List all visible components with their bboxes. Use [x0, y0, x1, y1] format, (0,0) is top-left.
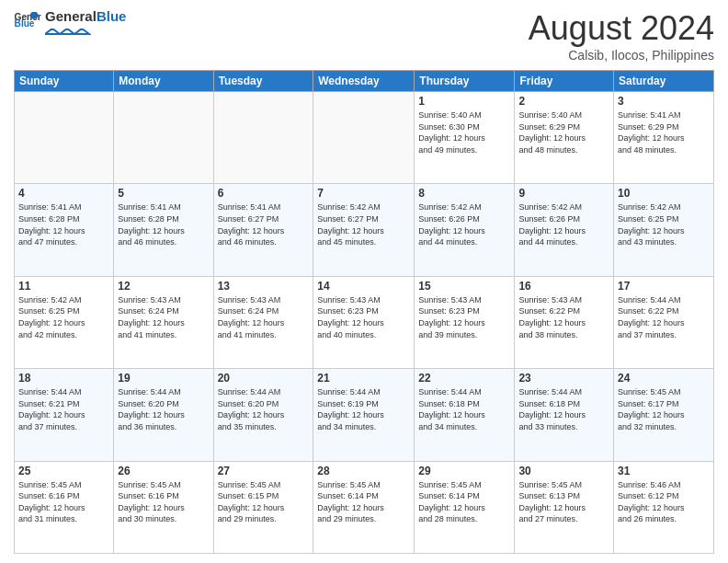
- day-number: 29: [418, 465, 510, 477]
- day-number: 11: [18, 280, 109, 293]
- col-wednesday: Wednesday: [313, 71, 415, 92]
- calendar-week-5: 25Sunrise: 5:45 AM Sunset: 6:16 PM Dayli…: [15, 461, 714, 553]
- calendar-cell: 10Sunrise: 5:42 AM Sunset: 6:25 PM Dayli…: [614, 184, 714, 276]
- calendar-cell: [114, 92, 213, 184]
- day-info: Sunrise: 5:45 AM Sunset: 6:13 PM Dayligh…: [518, 479, 609, 525]
- day-info: Sunrise: 5:44 AM Sunset: 6:21 PM Dayligh…: [18, 386, 109, 432]
- calendar-cell: 11Sunrise: 5:42 AM Sunset: 6:25 PM Dayli…: [15, 276, 114, 368]
- day-info: Sunrise: 5:40 AM Sunset: 6:29 PM Dayligh…: [518, 109, 609, 155]
- calendar-cell: 8Sunrise: 5:42 AM Sunset: 6:26 PM Daylig…: [415, 184, 515, 276]
- day-number: 13: [218, 280, 310, 293]
- logo: General Blue GeneralBlue: [14, 9, 126, 30]
- day-number: 1: [418, 95, 510, 108]
- calendar-cell: 5Sunrise: 5:41 AM Sunset: 6:28 PM Daylig…: [114, 184, 213, 276]
- day-number: 6: [218, 187, 310, 200]
- day-info: Sunrise: 5:43 AM Sunset: 6:24 PM Dayligh…: [218, 294, 310, 340]
- calendar-cell: 25Sunrise: 5:45 AM Sunset: 6:16 PM Dayli…: [15, 461, 114, 553]
- day-info: Sunrise: 5:42 AM Sunset: 6:25 PM Dayligh…: [18, 294, 109, 340]
- day-info: Sunrise: 5:43 AM Sunset: 6:24 PM Dayligh…: [118, 294, 209, 340]
- calendar-cell: 6Sunrise: 5:41 AM Sunset: 6:27 PM Daylig…: [213, 184, 313, 276]
- calendar-cell: 15Sunrise: 5:43 AM Sunset: 6:23 PM Dayli…: [415, 276, 515, 368]
- calendar-cell: 2Sunrise: 5:40 AM Sunset: 6:29 PM Daylig…: [515, 92, 614, 184]
- day-info: Sunrise: 5:41 AM Sunset: 6:27 PM Dayligh…: [218, 201, 310, 247]
- day-number: 9: [518, 187, 609, 200]
- day-number: 31: [618, 465, 710, 477]
- calendar-cell: [213, 92, 313, 184]
- calendar-week-4: 18Sunrise: 5:44 AM Sunset: 6:21 PM Dayli…: [15, 369, 714, 461]
- title-block: August 2024 Calsib, Ilocos, Philippines: [529, 9, 714, 63]
- day-info: Sunrise: 5:41 AM Sunset: 6:29 PM Dayligh…: [618, 109, 710, 155]
- day-info: Sunrise: 5:46 AM Sunset: 6:12 PM Dayligh…: [618, 479, 710, 525]
- day-number: 16: [518, 280, 609, 293]
- calendar-cell: 28Sunrise: 5:45 AM Sunset: 6:14 PM Dayli…: [313, 461, 415, 553]
- day-info: Sunrise: 5:43 AM Sunset: 6:23 PM Dayligh…: [317, 294, 410, 340]
- day-info: Sunrise: 5:45 AM Sunset: 6:16 PM Dayligh…: [118, 479, 209, 525]
- day-number: 22: [418, 372, 510, 385]
- day-number: 15: [418, 280, 510, 293]
- day-info: Sunrise: 5:42 AM Sunset: 6:27 PM Dayligh…: [317, 201, 410, 247]
- month-title: August 2024: [529, 9, 714, 48]
- calendar-cell: 21Sunrise: 5:44 AM Sunset: 6:19 PM Dayli…: [313, 369, 415, 461]
- day-info: Sunrise: 5:43 AM Sunset: 6:23 PM Dayligh…: [418, 294, 510, 340]
- calendar-cell: 4Sunrise: 5:41 AM Sunset: 6:28 PM Daylig…: [15, 184, 114, 276]
- day-info: Sunrise: 5:41 AM Sunset: 6:28 PM Dayligh…: [18, 201, 109, 247]
- calendar-cell: 18Sunrise: 5:44 AM Sunset: 6:21 PM Dayli…: [15, 369, 114, 461]
- logo-general: General: [45, 8, 97, 24]
- day-number: 21: [317, 372, 410, 385]
- day-number: 28: [317, 465, 410, 477]
- calendar-cell: 14Sunrise: 5:43 AM Sunset: 6:23 PM Dayli…: [313, 276, 415, 368]
- day-number: 4: [18, 187, 109, 200]
- day-info: Sunrise: 5:44 AM Sunset: 6:20 PM Dayligh…: [118, 386, 209, 432]
- calendar-cell: [313, 92, 415, 184]
- day-info: Sunrise: 5:44 AM Sunset: 6:18 PM Dayligh…: [418, 386, 510, 432]
- calendar-cell: 13Sunrise: 5:43 AM Sunset: 6:24 PM Dayli…: [213, 276, 313, 368]
- day-number: 3: [618, 95, 710, 108]
- day-number: 26: [118, 465, 209, 477]
- day-number: 24: [618, 372, 710, 385]
- svg-marker-3: [45, 29, 89, 34]
- day-number: 23: [518, 372, 609, 385]
- calendar-header-row: Sunday Monday Tuesday Wednesday Thursday…: [15, 71, 714, 92]
- day-info: Sunrise: 5:45 AM Sunset: 6:15 PM Dayligh…: [218, 479, 310, 525]
- logo-text-block: GeneralBlue: [45, 9, 126, 30]
- calendar-table: Sunday Monday Tuesday Wednesday Thursday…: [14, 70, 714, 554]
- col-sunday: Sunday: [15, 71, 114, 92]
- calendar-week-2: 4Sunrise: 5:41 AM Sunset: 6:28 PM Daylig…: [15, 184, 714, 276]
- calendar-cell: 29Sunrise: 5:45 AM Sunset: 6:14 PM Dayli…: [415, 461, 515, 553]
- day-number: 17: [618, 280, 710, 293]
- day-info: Sunrise: 5:42 AM Sunset: 6:26 PM Dayligh…: [418, 201, 510, 247]
- calendar-week-1: 1Sunrise: 5:40 AM Sunset: 6:30 PM Daylig…: [15, 92, 714, 184]
- day-info: Sunrise: 5:45 AM Sunset: 6:16 PM Dayligh…: [18, 479, 109, 525]
- calendar-cell: 23Sunrise: 5:44 AM Sunset: 6:18 PM Dayli…: [515, 369, 614, 461]
- calendar-cell: 19Sunrise: 5:44 AM Sunset: 6:20 PM Dayli…: [114, 369, 213, 461]
- day-number: 30: [518, 465, 609, 477]
- header: General Blue GeneralBlue August 2024 Cal…: [14, 9, 714, 63]
- col-friday: Friday: [515, 71, 614, 92]
- day-number: 20: [218, 372, 310, 385]
- day-info: Sunrise: 5:45 AM Sunset: 6:14 PM Dayligh…: [418, 479, 510, 525]
- day-number: 2: [518, 95, 609, 108]
- location: Calsib, Ilocos, Philippines: [529, 48, 714, 63]
- page: General Blue GeneralBlue August 2024 Cal…: [0, 0, 728, 563]
- col-monday: Monday: [114, 71, 213, 92]
- calendar-cell: 7Sunrise: 5:42 AM Sunset: 6:27 PM Daylig…: [313, 184, 415, 276]
- calendar-cell: 22Sunrise: 5:44 AM Sunset: 6:18 PM Dayli…: [415, 369, 515, 461]
- day-info: Sunrise: 5:42 AM Sunset: 6:26 PM Dayligh…: [518, 201, 609, 247]
- col-thursday: Thursday: [415, 71, 515, 92]
- day-info: Sunrise: 5:41 AM Sunset: 6:28 PM Dayligh…: [118, 201, 209, 247]
- calendar-cell: 9Sunrise: 5:42 AM Sunset: 6:26 PM Daylig…: [515, 184, 614, 276]
- day-number: 10: [618, 187, 710, 200]
- day-number: 12: [118, 280, 209, 293]
- logo-blue: Blue: [97, 8, 127, 24]
- day-info: Sunrise: 5:44 AM Sunset: 6:18 PM Dayligh…: [518, 386, 609, 432]
- calendar-cell: 20Sunrise: 5:44 AM Sunset: 6:20 PM Dayli…: [213, 369, 313, 461]
- day-info: Sunrise: 5:43 AM Sunset: 6:22 PM Dayligh…: [518, 294, 609, 340]
- calendar-cell: 12Sunrise: 5:43 AM Sunset: 6:24 PM Dayli…: [114, 276, 213, 368]
- day-info: Sunrise: 5:45 AM Sunset: 6:17 PM Dayligh…: [618, 386, 710, 432]
- calendar-cell: 27Sunrise: 5:45 AM Sunset: 6:15 PM Dayli…: [213, 461, 313, 553]
- day-info: Sunrise: 5:44 AM Sunset: 6:19 PM Dayligh…: [317, 386, 410, 432]
- calendar-cell: 26Sunrise: 5:45 AM Sunset: 6:16 PM Dayli…: [114, 461, 213, 553]
- day-info: Sunrise: 5:42 AM Sunset: 6:25 PM Dayligh…: [618, 201, 710, 247]
- calendar-cell: 30Sunrise: 5:45 AM Sunset: 6:13 PM Dayli…: [515, 461, 614, 553]
- calendar-cell: 16Sunrise: 5:43 AM Sunset: 6:22 PM Dayli…: [515, 276, 614, 368]
